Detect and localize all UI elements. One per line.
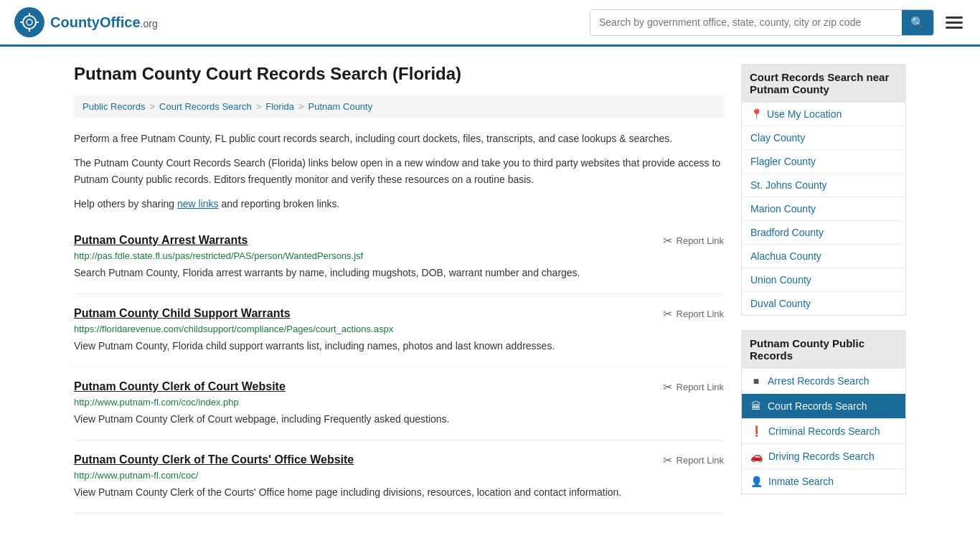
public-record-item[interactable]: ■ Arrest Records Search xyxy=(742,369,905,394)
intro-paragraph-3: Help others by sharing new links and rep… xyxy=(74,196,724,212)
menu-line-3 xyxy=(946,27,963,29)
result-item: Putnam County Clerk of The Courts' Offic… xyxy=(74,441,724,514)
breadcrumb-florida[interactable]: Florida xyxy=(265,101,294,112)
nearby-county-item[interactable]: Marion County xyxy=(742,197,905,221)
public-records-header: Putnam County Public Records xyxy=(741,330,906,369)
header: CountyOffice.org 🔍 xyxy=(0,0,980,47)
result-url[interactable]: http://pas.fdle.state.fl.us/pas/restrict… xyxy=(74,250,724,261)
result-url[interactable]: http://www.putnam-fl.com/coc/ xyxy=(74,470,724,481)
inmate-search-link[interactable]: Inmate Search xyxy=(768,476,834,487)
result-title[interactable]: Putnam County Child Support Warrants xyxy=(74,307,291,320)
result-desc: Search Putnam County, Florida arrest war… xyxy=(74,265,724,281)
report-icon: ✂ xyxy=(663,307,672,321)
intro-3-before: Help others by sharing xyxy=(74,198,177,209)
public-record-item-active[interactable]: 🏛 Court Records Search xyxy=(742,394,905,419)
nearby-county-item[interactable]: Union County xyxy=(742,268,905,292)
use-location-item[interactable]: 📍 Use My Location xyxy=(742,103,905,126)
nearby-section: Court Records Search near Putnam County … xyxy=(741,64,906,316)
result-header: Putnam County Clerk of The Courts' Offic… xyxy=(74,453,724,467)
result-item: Putnam County Clerk of Court Website ✂ R… xyxy=(74,367,724,441)
result-title[interactable]: Putnam County Arrest Warrants xyxy=(74,234,248,247)
result-header: Putnam County Clerk of Court Website ✂ R… xyxy=(74,380,724,394)
report-label: Report Link xyxy=(677,235,724,246)
public-records-section: Putnam County Public Records ■ Arrest Re… xyxy=(741,330,906,494)
court-icon: 🏛 xyxy=(750,400,762,412)
breadcrumb-sep-1: > xyxy=(149,101,155,112)
report-icon: ✂ xyxy=(663,453,672,467)
nearby-county-link[interactable]: Duval County xyxy=(750,298,811,309)
report-link[interactable]: ✂ Report Link xyxy=(663,307,724,321)
criminal-icon: ❗ xyxy=(750,425,763,437)
nearby-county-item[interactable]: Duval County xyxy=(742,292,905,315)
nearby-header: Court Records Search near Putnam County xyxy=(741,64,906,103)
report-link[interactable]: ✂ Report Link xyxy=(663,453,724,467)
location-pin-icon: 📍 xyxy=(750,108,763,120)
driving-records-link[interactable]: Driving Records Search xyxy=(768,451,875,462)
result-desc: View Putnam County Clerk of the Courts' … xyxy=(74,485,724,500)
breadcrumb-court-records[interactable]: Court Records Search xyxy=(159,101,252,112)
content-area: Putnam County Court Records Search (Flor… xyxy=(74,64,724,514)
result-header: Putnam County Child Support Warrants ✂ R… xyxy=(74,307,724,321)
result-item: Putnam County Arrest Warrants ✂ Report L… xyxy=(74,221,724,294)
nearby-county-link[interactable]: Bradford County xyxy=(750,227,824,238)
nearby-county-link[interactable]: Union County xyxy=(750,274,811,286)
logo-icon xyxy=(14,7,44,37)
nearby-county-item[interactable]: Flagler County xyxy=(742,150,905,174)
result-url[interactable]: http://www.putnam-fl.com/coc/index.php xyxy=(74,397,724,408)
report-label: Report Link xyxy=(677,309,724,319)
inmate-icon: 👤 xyxy=(750,476,763,487)
public-record-item[interactable]: 👤 Inmate Search xyxy=(742,469,905,494)
new-links-link[interactable]: new links xyxy=(177,198,219,209)
nearby-county-link[interactable]: Clay County xyxy=(750,132,805,143)
menu-line-2 xyxy=(946,22,963,24)
arrest-icon: ■ xyxy=(750,375,762,387)
result-desc: View Putnam County Clerk of Court webpag… xyxy=(74,412,724,427)
page-title: Putnam County Court Records Search (Flor… xyxy=(74,64,724,84)
sidebar: Court Records Search near Putnam County … xyxy=(741,64,906,514)
menu-button[interactable] xyxy=(943,14,966,32)
intro-paragraph-1: Perform a free Putnam County, FL public … xyxy=(74,131,724,146)
breadcrumb-putnam[interactable]: Putnam County xyxy=(308,101,373,112)
report-link[interactable]: ✂ Report Link xyxy=(663,380,724,394)
public-records-list: ■ Arrest Records Search 🏛 Court Records … xyxy=(741,369,906,494)
public-record-item[interactable]: ❗ Criminal Records Search xyxy=(742,419,905,444)
arrest-records-link[interactable]: Arrest Records Search xyxy=(768,375,870,387)
logo-area: CountyOffice.org xyxy=(14,7,158,37)
use-location-link[interactable]: Use My Location xyxy=(767,108,842,120)
report-link[interactable]: ✂ Report Link xyxy=(663,234,724,248)
breadcrumb-public-records[interactable]: Public Records xyxy=(83,101,145,112)
nearby-county-link[interactable]: St. Johns County xyxy=(750,179,827,191)
result-title[interactable]: Putnam County Clerk of Court Website xyxy=(74,380,286,393)
breadcrumb: Public Records > Court Records Search > … xyxy=(74,95,724,118)
result-header: Putnam County Arrest Warrants ✂ Report L… xyxy=(74,234,724,248)
nearby-county-item[interactable]: Alachua County xyxy=(742,245,905,268)
nearby-county-item[interactable]: Clay County xyxy=(742,126,905,150)
nearby-county-item[interactable]: St. Johns County xyxy=(742,174,905,197)
header-right: 🔍 xyxy=(590,9,966,36)
search-button[interactable]: 🔍 xyxy=(902,10,933,35)
nearby-county-link[interactable]: Marion County xyxy=(750,203,816,215)
breadcrumb-sep-3: > xyxy=(298,101,304,112)
result-title[interactable]: Putnam County Clerk of The Courts' Offic… xyxy=(74,453,354,466)
result-url[interactable]: https://floridarevenue.com/childsupport/… xyxy=(74,324,724,334)
report-label: Report Link xyxy=(677,382,724,392)
search-input[interactable] xyxy=(590,11,902,34)
search-bar: 🔍 xyxy=(590,9,934,36)
main-container: Putnam County Court Records Search (Flor… xyxy=(60,47,920,531)
criminal-records-link[interactable]: Criminal Records Search xyxy=(768,425,880,437)
logo-text: CountyOffice.org xyxy=(50,14,158,31)
intro-3-after: and reporting broken links. xyxy=(219,198,340,209)
result-desc: View Putnam County, Florida child suppor… xyxy=(74,339,724,354)
nearby-county-link[interactable]: Alachua County xyxy=(750,250,821,262)
report-label: Report Link xyxy=(677,455,724,466)
report-icon: ✂ xyxy=(663,380,672,394)
logo-suffix: .org xyxy=(141,18,158,29)
nearby-county-item[interactable]: Bradford County xyxy=(742,221,905,245)
court-records-link[interactable]: Court Records Search xyxy=(768,400,867,412)
public-record-item[interactable]: 🚗 Driving Records Search xyxy=(742,444,905,469)
result-item: Putnam County Child Support Warrants ✂ R… xyxy=(74,294,724,367)
intro-paragraph-2: The Putnam County Court Records Search (… xyxy=(74,155,724,187)
breadcrumb-sep-2: > xyxy=(256,101,262,112)
nearby-county-link[interactable]: Flagler County xyxy=(750,156,816,167)
menu-line-1 xyxy=(946,17,963,19)
